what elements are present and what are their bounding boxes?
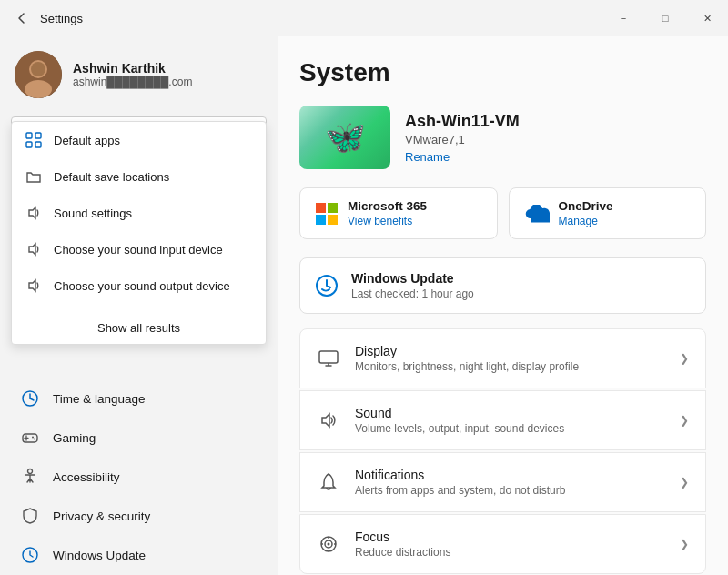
title-bar-left: Settings <box>15 11 83 25</box>
svg-rect-7 <box>35 133 41 138</box>
sidebar-item-label: Time & language <box>53 392 146 406</box>
settings-item-display[interactable]: Display Monitors, brightness, night ligh… <box>299 328 706 388</box>
microsoft365-label: Microsoft 365 <box>348 199 427 213</box>
dropdown-item-label: Sound settings <box>54 207 132 220</box>
onedrive-icon <box>524 205 550 223</box>
folder-icon <box>25 168 42 185</box>
avatar-image <box>15 51 62 98</box>
sidebar-item-time-language[interactable]: Time & language <box>5 379 272 418</box>
user-email: ashwin████████.com <box>73 76 192 88</box>
app-title: Settings <box>40 12 83 25</box>
sidebar-item-accessibility[interactable]: Accessibility <box>5 458 272 496</box>
sound-output-icon <box>25 277 43 295</box>
svg-marker-31 <box>322 414 329 427</box>
system-hostname: Ash-Win11-VM <box>405 112 520 131</box>
chevron-right-icon: ❯ <box>680 476 689 489</box>
avatar-svg <box>15 51 62 98</box>
windows-update-sub: Last checked: 1 hour ago <box>351 288 474 300</box>
sidebar-item-privacy[interactable]: Privacy & security <box>5 497 272 535</box>
focus-icon <box>317 532 340 556</box>
notifications-icon <box>317 470 340 494</box>
dropdown-item-label: Default apps <box>54 134 120 147</box>
minimize-button[interactable]: − <box>602 0 644 36</box>
time-language-icon <box>20 388 40 409</box>
svg-rect-8 <box>26 142 32 147</box>
dropdown-item-save-locations[interactable]: Default save locations <box>12 158 266 195</box>
display-sub: Monitors, brightness, night light, displ… <box>355 360 579 373</box>
windows-update-row[interactable]: Windows Update Last checked: 1 hour ago <box>299 257 706 314</box>
shield-icon <box>21 507 39 525</box>
dropdown-item-label: Default save locations <box>54 170 169 184</box>
close-button[interactable]: ✕ <box>686 0 728 36</box>
user-section[interactable]: Ashwin Karthik ashwin████████.com <box>0 36 278 116</box>
svg-marker-11 <box>29 244 35 255</box>
clock-icon <box>21 389 39 408</box>
maximize-button[interactable]: □ <box>644 0 686 36</box>
sidebar-item-windows-update[interactable]: Windows Update <box>5 536 272 574</box>
back-icon[interactable] <box>15 11 29 25</box>
system-info: Ash-Win11-VM VMware7,1 Rename <box>405 112 520 164</box>
cloud-icon <box>524 205 550 223</box>
system-vm: VMware7,1 <box>405 133 520 146</box>
focus-text: Focus Reduce distractions <box>355 530 450 559</box>
focus-sub: Reduce distractions <box>355 546 450 559</box>
dropdown-item-sound-output[interactable]: Choose your sound output device <box>12 267 266 304</box>
notifications-sub: Alerts from apps and system, do not dist… <box>355 484 565 497</box>
system-card: 🦋 Ash-Win11-VM VMware7,1 Rename <box>299 106 706 169</box>
speaker-icon <box>319 411 338 429</box>
gamepad-icon <box>21 429 39 447</box>
chevron-right-icon: ❯ <box>680 538 689 550</box>
notifications-text: Notifications Alerts from apps and syste… <box>355 468 565 497</box>
dropdown-item-default-apps[interactable]: Default apps <box>12 122 266 158</box>
content-area: System 🦋 Ash-Win11-VM VMware7,1 Rename <box>278 36 728 575</box>
sound-input-icon <box>25 241 42 257</box>
dropdown-item-sound-settings[interactable]: Sound settings <box>12 195 266 231</box>
sidebar-item-label: Windows Update <box>53 549 146 562</box>
dropdown-item-sound-input[interactable]: Choose your sound input device <box>12 231 266 267</box>
user-info: Ashwin Karthik ashwin████████.com <box>73 61 192 88</box>
svg-rect-28 <box>319 351 338 363</box>
app-container: Ashwin Karthik ashwin████████.com ✕ <box>0 36 728 575</box>
page-title: System <box>299 58 706 87</box>
svg-point-19 <box>32 437 34 439</box>
svg-rect-25 <box>316 215 326 225</box>
avatar <box>15 51 62 98</box>
onedrive-sub[interactable]: Manage <box>559 215 613 227</box>
title-bar-controls: − □ ✕ <box>602 0 728 36</box>
microsoft365-card[interactable]: Microsoft 365 View benefits <box>299 187 498 239</box>
svg-rect-23 <box>316 203 326 213</box>
svg-rect-9 <box>35 142 41 147</box>
focus-title: Focus <box>355 530 450 544</box>
sidebar-item-gaming[interactable]: Gaming <box>5 419 272 457</box>
butterfly-icon: 🦋 <box>325 118 366 156</box>
svg-point-20 <box>34 439 35 440</box>
settings-item-notifications[interactable]: Notifications Alerts from apps and syste… <box>299 452 706 512</box>
sound-icon <box>317 409 340 432</box>
sidebar-nav: Time & language Gaming <box>0 375 278 575</box>
sound-icon <box>25 205 42 221</box>
svg-line-15 <box>30 398 34 400</box>
notifications-title: Notifications <box>355 468 565 482</box>
onedrive-card[interactable]: OneDrive Manage <box>509 187 707 239</box>
show-all-results-button[interactable]: Show all results <box>12 312 266 344</box>
settings-item-sound[interactable]: Sound Volume levels, output, input, soun… <box>299 390 706 450</box>
microsoft365-sub[interactable]: View benefits <box>348 215 427 227</box>
target-icon <box>319 535 338 553</box>
msft-icon <box>315 202 339 226</box>
save-locations-icon <box>25 167 43 186</box>
microsoft365-info: Microsoft 365 View benefits <box>348 199 427 227</box>
windows-update-icon <box>315 274 339 298</box>
sidebar: Ashwin Karthik ashwin████████.com ✕ <box>0 36 278 575</box>
search-dropdown: Default apps Default save locations <box>11 121 267 345</box>
svg-rect-24 <box>328 203 338 213</box>
sound-sub: Volume levels, output, input, sound devi… <box>355 422 564 435</box>
rename-button[interactable]: Rename <box>405 150 520 164</box>
grid-icon <box>25 132 42 148</box>
settings-item-focus[interactable]: Focus Reduce distractions ❯ <box>299 514 706 574</box>
sidebar-item-label: Accessibility <box>53 470 120 484</box>
sidebar-item-label: Gaming <box>53 431 96 445</box>
display-icon <box>317 347 340 370</box>
accessibility-icon <box>20 467 40 487</box>
quick-links: Microsoft 365 View benefits OneDrive Man… <box>299 187 706 239</box>
svg-marker-10 <box>29 207 35 218</box>
